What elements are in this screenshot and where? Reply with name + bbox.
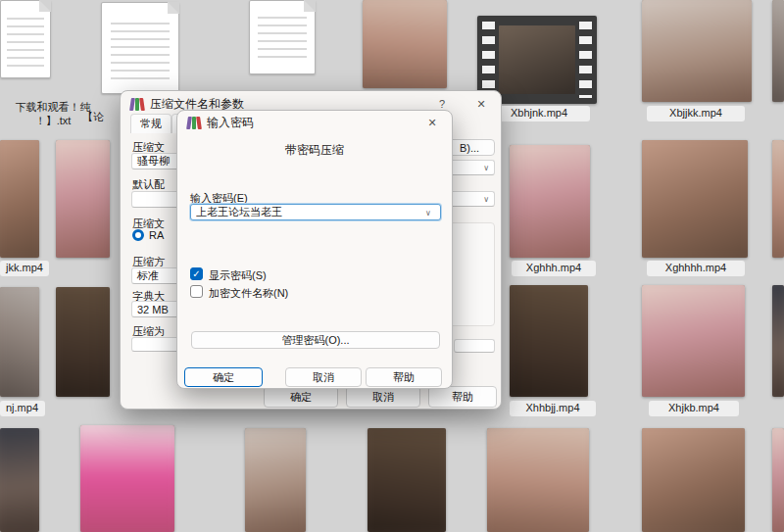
- help-button[interactable]: 帮助: [428, 386, 497, 408]
- text-file-icon[interactable]: [249, 0, 316, 74]
- thumbnail-blur: [510, 285, 588, 397]
- filmstrip-frame: [499, 25, 575, 94]
- winrar-icon: [187, 117, 201, 129]
- video-thumbnail-placeholder[interactable]: [642, 140, 748, 258]
- cancel-button-label: 取消: [372, 390, 394, 405]
- show-password-checkbox[interactable]: ✓: [190, 267, 203, 280]
- filmstrip-sprockets-icon: [579, 22, 592, 98]
- browse-button-label: B)...: [460, 142, 479, 154]
- ok-button[interactable]: 确定: [184, 367, 263, 387]
- archive-name-value: 骚母柳: [137, 154, 170, 169]
- password-input[interactable]: [190, 204, 441, 220]
- rar-radio[interactable]: [132, 229, 144, 241]
- default-profile-label: 默认配: [132, 177, 165, 192]
- chevron-down-icon: ∨: [483, 195, 489, 204]
- dialog-heading: 带密码压缩: [177, 142, 452, 159]
- video-thumbnail-partial[interactable]: [772, 0, 784, 102]
- text-file-icon[interactable]: [0, 0, 51, 78]
- winrar-icon: [130, 98, 144, 111]
- video-thumbnail-placeholder[interactable]: [56, 140, 110, 258]
- video-thumbnail-placeholder[interactable]: [487, 428, 589, 532]
- video-thumbnail-placeholder[interactable]: [642, 285, 745, 397]
- video-thumbnail-partial[interactable]: [772, 140, 784, 258]
- video-thumbnail-placeholder[interactable]: [0, 287, 39, 397]
- text-lines-icon: [7, 18, 44, 67]
- thumbnail-blur: [80, 425, 174, 532]
- thumbnail-blur: [368, 428, 446, 532]
- file-label[interactable]: Xbhjnk.mp4: [488, 106, 590, 121]
- close-icon[interactable]: ✕: [471, 95, 491, 113]
- chevron-down-icon: ∨: [483, 164, 489, 172]
- video-thumbnail-placeholder[interactable]: [80, 425, 174, 532]
- file-label[interactable]: Xghhhh.mp4: [647, 261, 745, 276]
- dialog-title: 输入密码: [207, 115, 254, 131]
- file-label[interactable]: nj.mp4: [0, 401, 45, 416]
- compression-method-value: 标准: [137, 268, 159, 283]
- video-thumbnail-placeholder[interactable]: [56, 287, 110, 397]
- thumbnail-blur: [772, 428, 784, 532]
- show-password-label[interactable]: 显示密码(S): [209, 268, 267, 283]
- video-thumbnail-placeholder[interactable]: [0, 428, 39, 532]
- thumbnail-blur: [0, 140, 39, 258]
- video-thumbnail-placeholder[interactable]: [642, 0, 752, 102]
- filmstrip-sprockets-icon: [482, 22, 495, 98]
- file-label[interactable]: Xghhh.mp4: [512, 261, 596, 276]
- ok-button-label: 确定: [290, 390, 312, 405]
- thumbnail-blur: [642, 428, 745, 532]
- thumbnail-blur: [642, 0, 752, 102]
- thumbnail-blur: [772, 285, 784, 397]
- thumbnail-blur: [772, 0, 784, 102]
- help-button-label: 帮助: [452, 390, 473, 405]
- cancel-button-label: 取消: [313, 370, 334, 385]
- ok-button[interactable]: 确定: [264, 386, 338, 408]
- update-mode-select[interactable]: ∨: [447, 160, 495, 175]
- check-icon: ✓: [192, 268, 200, 279]
- video-thumbnail-partial[interactable]: [772, 428, 784, 532]
- video-thumbnail-placeholder[interactable]: [368, 428, 446, 532]
- volume-size-input[interactable]: [454, 339, 495, 353]
- ok-button-label: 确定: [213, 370, 234, 385]
- thumbnail-blur: [363, 0, 447, 88]
- tab-general[interactable]: 常规: [130, 114, 172, 133]
- file-label[interactable]: Xhhbjj.mp4: [510, 401, 596, 416]
- password-dialog-titlebar[interactable]: 输入密码 ✕: [177, 111, 452, 134]
- video-thumbnail-placeholder[interactable]: [642, 428, 745, 532]
- video-thumbnail-partial[interactable]: [772, 285, 784, 397]
- page-fold-icon: [39, 0, 51, 12]
- file-label[interactable]: Xbjjkk.mp4: [647, 106, 745, 121]
- thumbnail-blur: [642, 285, 745, 397]
- thumbnail-blur: [499, 25, 575, 94]
- video-thumbnail-placeholder[interactable]: [245, 428, 306, 532]
- text-lines-icon: [258, 17, 307, 63]
- video-thumbnail-placeholder[interactable]: [0, 140, 39, 258]
- help-button[interactable]: 帮助: [366, 367, 442, 387]
- options-select[interactable]: ∨: [447, 191, 495, 207]
- page-fold-icon: [304, 0, 316, 12]
- video-thumbnail-placeholder[interactable]: [510, 145, 590, 258]
- thumbnail-blur: [56, 287, 110, 397]
- enter-password-dialog: 输入密码 ✕ 带密码压缩 输入密码(E) ∨ ✓ 显示密码(S) 加密文件名称(…: [176, 110, 453, 389]
- cancel-button[interactable]: 取消: [346, 386, 420, 408]
- encrypt-filenames-label[interactable]: 加密文件名称(N): [209, 286, 288, 301]
- chevron-down-icon: ∨: [425, 209, 431, 218]
- file-label[interactable]: jkk.mp4: [0, 261, 49, 276]
- thumbnail-blur: [0, 428, 39, 532]
- manage-passwords-button[interactable]: 管理密码(O)...: [191, 331, 440, 349]
- video-thumbnail-placeholder[interactable]: [510, 285, 588, 397]
- thumbnail-blur: [0, 287, 39, 397]
- thumbnail-blur: [772, 140, 784, 258]
- file-label[interactable]: Xhjkb.mp4: [649, 401, 739, 416]
- rar-radio-label[interactable]: RA: [149, 229, 164, 241]
- text-file-icon[interactable]: [101, 2, 179, 94]
- thumbnail-blur: [245, 428, 306, 532]
- explorer-background: 下载和观看！纯 ！】.txt 【论 Xbhjnk.mp4 Xbjjkk.mp4 …: [0, 0, 784, 532]
- encrypt-filenames-checkbox[interactable]: [190, 285, 203, 298]
- video-thumbnail-placeholder[interactable]: [363, 0, 447, 88]
- page-fold-icon: [168, 2, 179, 14]
- file-label[interactable]: 【论: [76, 110, 110, 125]
- thumbnail-blur: [487, 428, 589, 532]
- cancel-button[interactable]: 取消: [285, 367, 362, 387]
- thumbnail-blur: [510, 145, 590, 258]
- thumbnail-blur: [642, 140, 748, 258]
- close-icon[interactable]: ✕: [422, 114, 442, 131]
